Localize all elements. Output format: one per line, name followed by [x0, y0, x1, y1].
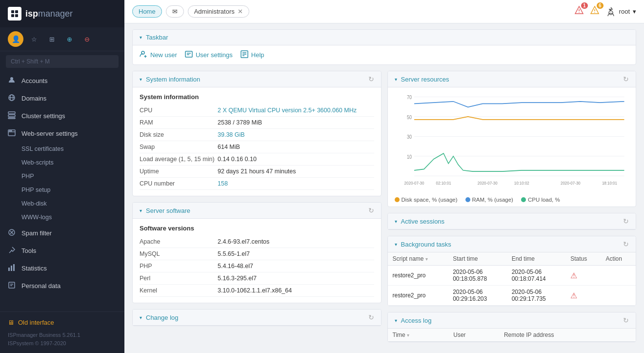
web-server-label: Web-server settings [21, 130, 78, 137]
two-col-layout: ▾ System information ↻ System informatio… [132, 71, 636, 342]
logo-icon [8, 7, 21, 21]
help-label: Help [251, 51, 264, 59]
tools-label: Tools [21, 247, 36, 254]
sidebar-item-personal-data[interactable]: Personal data [0, 277, 124, 294]
background-tasks-panel: ▾ Background tasks ↻ Script name ▾ [387, 236, 637, 306]
background-tasks-table: Script name ▾ Start time End time Status… [388, 252, 636, 306]
server-software-header[interactable]: ▾ Server software ↻ [133, 203, 381, 219]
legend-ram: RAM, % (usage) [465, 197, 513, 203]
svg-text:2020-07-30: 2020-07-30 [404, 180, 424, 186]
cpu-number-link[interactable]: 158 [218, 180, 228, 187]
cpu-link[interactable]: 2 X QEMU Virtual CPU version 2.5+ 3600.0… [218, 107, 357, 114]
system-info-refresh-icon[interactable]: ↻ [368, 75, 374, 83]
sidebar-item-web-scripts[interactable]: Web-scripts [0, 156, 124, 169]
taskbar-panel: ▾ Taskbar New user [132, 29, 636, 65]
collapse-icon: ▾ [140, 35, 142, 40]
user-menu[interactable]: root ▾ [605, 6, 636, 17]
active-sessions-header[interactable]: ▾ Active sessions ↻ [388, 213, 636, 229]
ssl-label: SSL certificates [21, 145, 63, 152]
accounts-icon [8, 76, 17, 85]
server-resources-header[interactable]: ▾ Server resources ↻ [388, 71, 636, 87]
disk-row: Disk size 39.38 GiB [140, 129, 374, 141]
new-user-button[interactable]: New user [140, 50, 177, 60]
legend-disk-space: Disk space, % (usage) [395, 197, 458, 203]
svg-text:2020-07-30: 2020-07-30 [560, 180, 580, 186]
active-sessions-refresh-icon[interactable]: ↻ [623, 217, 629, 225]
svg-rect-2 [15, 10, 18, 13]
svg-rect-0 [10, 9, 20, 19]
sidebar-item-web-disk[interactable]: Web-disk [0, 197, 124, 210]
active-sessions-panel: ▾ Active sessions ↻ [387, 213, 637, 230]
access-log-refresh-icon[interactable]: ↻ [623, 316, 629, 324]
sidebar-item-cluster-settings[interactable]: Cluster settings [0, 107, 124, 125]
server-resources-title: ▾ Server resources [395, 76, 449, 83]
warning-badge-count: 6 [597, 2, 604, 9]
sidebar-item-ssl[interactable]: SSL certificates [0, 142, 124, 156]
remove-icon[interactable]: ⊖ [80, 32, 94, 46]
personal-data-icon [8, 281, 17, 290]
content-area: ▾ Taskbar New user [124, 23, 644, 353]
col-end-time: End time [507, 252, 566, 266]
sidebar-item-spam-filter[interactable]: Spam filter [0, 224, 124, 242]
action-cell [601, 286, 636, 306]
left-column: ▾ System information ↻ System informatio… [132, 71, 382, 342]
chart-legend: Disk space, % (usage) RAM, % (usage) CPU… [388, 195, 636, 207]
sidebar-item-tools[interactable]: Tools [0, 242, 124, 259]
uptime-value: 92 days 21 hours 47 minutes [218, 168, 296, 175]
help-button[interactable]: Help [241, 50, 264, 60]
www-logs-label: WWW-logs [21, 214, 52, 221]
disk-link[interactable]: 39.38 GiB [218, 131, 245, 138]
change-log-header[interactable]: ▾ Change log ↻ [133, 310, 381, 326]
change-log-refresh-icon[interactable]: ↻ [368, 313, 374, 321]
sidebar-item-domains[interactable]: Domains [0, 89, 124, 107]
access-log-header[interactable]: ▾ Access log ↻ [388, 312, 636, 329]
col-status: Status [565, 252, 601, 266]
tab-home[interactable]: Home [132, 5, 162, 18]
sidebar: ispmanager 👤 ☆ ⊞ ⊕ ⊖ Accounts Domains Cl… [0, 0, 124, 353]
notification-warning-icon[interactable]: 6 [590, 5, 600, 18]
start-time-cell: 2020-05-0600:29:16.203 [448, 286, 507, 306]
background-tasks-header[interactable]: ▾ Background tasks ↻ [388, 236, 636, 252]
tab-administrators[interactable]: Administrators ✕ [188, 5, 249, 18]
tab-email[interactable]: ✉ [166, 5, 184, 18]
right-column: ▾ Server resources ↻ [387, 71, 637, 342]
sidebar-item-web-server-settings[interactable]: Web-server settings [0, 125, 124, 142]
server-software-refresh-icon[interactable]: ↻ [368, 207, 374, 214]
user-settings-button[interactable]: User settings [185, 50, 233, 60]
sidebar-top-icons: 👤 ☆ ⊞ ⊕ ⊖ [0, 27, 124, 51]
sidebar-item-www-logs[interactable]: WWW-logs [0, 210, 124, 224]
sort-icon: ▾ [425, 256, 428, 262]
favorites-icon[interactable]: ☆ [27, 32, 41, 46]
load-avg-row: Load average (1, 5, 15 min) 0.14 0.16 0.… [140, 153, 374, 166]
logo: ispmanager [0, 0, 124, 27]
tab-close-icon[interactable]: ✕ [238, 8, 243, 15]
statistics-icon [8, 264, 17, 272]
change-log-panel: ▾ Change log ↻ [132, 309, 382, 326]
sidebar-item-accounts[interactable]: Accounts [0, 72, 124, 89]
add-icon[interactable]: ⊕ [62, 32, 76, 46]
search-input[interactable] [6, 55, 119, 68]
system-info-header[interactable]: ▾ System information ↻ [133, 71, 381, 87]
php-setup-label: PHP setup [21, 187, 51, 193]
taskbar-header[interactable]: ▾ Taskbar [133, 30, 636, 45]
server-resources-refresh-icon[interactable]: ↻ [623, 75, 629, 83]
mysql-row: MySQL 5.5.65-1.el7 [140, 248, 374, 260]
notification-alert-icon[interactable]: 1 [574, 5, 584, 18]
svg-point-15 [11, 130, 12, 131]
background-tasks-refresh-icon[interactable]: ↻ [623, 240, 629, 248]
cluster-icon [8, 111, 17, 120]
cpu-row: CPU 2 X QEMU Virtual CPU version 2.5+ 36… [140, 104, 374, 117]
end-time-cell: 2020-05-0600:18:07.414 [507, 266, 566, 286]
cpu-dot [521, 197, 526, 202]
old-interface-link[interactable]: 🖥 Old interface [8, 316, 117, 329]
old-interface-label: Old interface [18, 319, 54, 326]
avatar[interactable]: 👤 [8, 31, 23, 47]
uptime-row: Uptime 92 days 21 hours 47 minutes [140, 166, 374, 178]
legend-cpu: CPU load, % [521, 197, 560, 203]
sidebar-item-php[interactable]: PHP [0, 169, 124, 183]
sidebar-item-php-setup[interactable]: PHP setup [0, 183, 124, 197]
svg-rect-21 [11, 266, 12, 271]
grid-icon[interactable]: ⊞ [45, 32, 59, 46]
perl-row: Perl 5.16.3-295.el7 [140, 272, 374, 285]
sidebar-item-statistics[interactable]: Statistics [0, 259, 124, 277]
